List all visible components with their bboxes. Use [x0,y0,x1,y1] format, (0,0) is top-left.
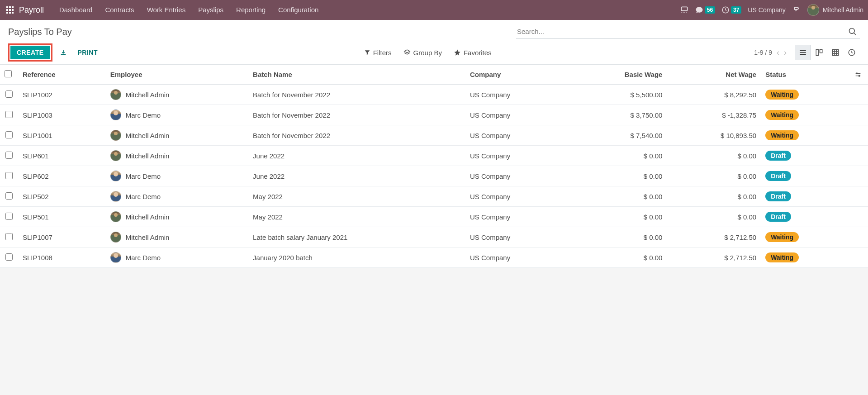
cell-net-wage: $ 0.00 [667,166,761,186]
user-avatar [807,4,819,16]
table-row[interactable]: SLIP1008Marc DemoJanuary 2020 batchUS Co… [0,247,868,268]
employee-name: Mitchell Admin [126,213,170,221]
cell-batch: May 2022 [248,207,465,227]
employee-name: Mitchell Admin [126,91,170,99]
cell-reference: SLIP502 [18,186,106,207]
employee-name: Marc Demo [126,254,161,262]
col-employee[interactable]: Employee [106,65,248,85]
col-reference[interactable]: Reference [18,65,106,85]
cell-status: Waiting [761,247,850,268]
print-button[interactable]: PRINT [74,47,102,58]
systray: 56 37 US Company Mitchell Admin [680,4,863,16]
create-button[interactable]: CREATE [10,46,50,59]
cell-company: US Company [465,247,569,268]
debug-icon[interactable] [792,5,801,14]
table-row[interactable]: SLIP602Marc DemoJune 2022US Company$ 0.0… [0,166,868,186]
row-checkbox[interactable] [5,90,13,98]
table-row[interactable]: SLIP1003Marc DemoBatch for November 2022… [0,105,868,125]
search-input[interactable] [516,26,845,37]
create-button-highlight: CREATE [8,43,52,62]
col-batch[interactable]: Batch Name [248,65,465,85]
cell-batch: Late batch salary January 2021 [248,227,465,247]
view-list-icon[interactable] [795,45,811,60]
company-switcher[interactable]: US Company [748,6,785,14]
messages-count: 56 [705,6,715,14]
app-name[interactable]: Payroll [19,5,44,15]
cell-basic-wage: $ 0.00 [569,186,667,207]
cell-batch: Batch for November 2022 [248,105,465,125]
table-row[interactable]: SLIP601Mitchell AdminJune 2022US Company… [0,146,868,166]
row-checkbox[interactable] [5,233,13,240]
nav-item-dashboard[interactable]: Dashboard [53,0,99,20]
table-row[interactable]: SLIP501Mitchell AdminMay 2022US Company$… [0,207,868,227]
status-badge: Waiting [765,252,799,262]
user-menu[interactable]: Mitchell Admin [807,4,863,16]
col-basic-wage[interactable]: Basic Wage [569,65,667,85]
nav-item-configuration[interactable]: Configuration [272,0,325,20]
employee-avatar [110,130,121,141]
status-badge: Draft [765,212,791,222]
row-checkbox[interactable] [5,111,13,118]
cell-employee: Marc Demo [106,247,248,268]
table-row[interactable]: SLIP1007Mitchell AdminLate batch salary … [0,227,868,247]
cell-status: Waiting [761,85,850,105]
select-all-checkbox[interactable] [5,70,12,77]
table-row[interactable]: SLIP1002Mitchell AdminBatch for November… [0,85,868,105]
favorites-button[interactable]: Favorites [454,49,492,57]
table-row[interactable]: SLIP502Marc DemoMay 2022US Company$ 0.00… [0,186,868,207]
col-company[interactable]: Company [465,65,569,85]
nav-item-payslips[interactable]: Payslips [192,0,230,20]
cell-status: Draft [761,186,850,207]
apps-icon[interactable] [5,5,15,15]
employee-avatar [110,89,121,100]
row-checkbox[interactable] [5,192,13,200]
optional-columns-icon[interactable] [854,71,863,78]
employee-avatar [110,191,121,202]
search-icon[interactable] [845,27,860,36]
row-checkbox[interactable] [5,253,13,261]
cell-company: US Company [465,166,569,186]
row-checkbox[interactable] [5,131,13,138]
pager-next-icon[interactable]: › [784,48,787,57]
row-checkbox[interactable] [5,172,13,179]
activities-button[interactable]: 37 [721,6,741,14]
control-panel: Payslips To Pay CREATE PRINT Filters [0,20,868,65]
employee-avatar [110,109,121,120]
svg-rect-3 [6,9,8,11]
search-box[interactable] [516,24,860,39]
cell-basic-wage: $ 0.00 [569,166,667,186]
cell-status: Draft [761,166,850,186]
svg-rect-12 [820,49,822,53]
view-activity-icon[interactable] [844,45,860,60]
cell-company: US Company [465,146,569,166]
view-pivot-icon[interactable] [827,45,844,60]
cell-status: Waiting [761,105,850,125]
status-badge: Draft [765,191,791,201]
status-badge: Waiting [765,130,799,140]
messages-button[interactable]: 56 [695,6,715,14]
export-icon[interactable] [57,47,70,58]
filters-button[interactable]: Filters [364,49,392,57]
col-status[interactable]: Status [761,65,850,85]
pager-value[interactable]: 1-9 / 9 [754,49,772,56]
cell-reference: SLIP1007 [18,227,106,247]
voip-icon[interactable] [680,5,689,14]
cell-company: US Company [465,227,569,247]
nav-item-reporting[interactable]: Reporting [230,0,272,20]
view-kanban-icon[interactable] [811,45,827,60]
row-checkbox[interactable] [5,152,13,159]
nav-item-work-entries[interactable]: Work Entries [141,0,192,20]
pager-prev-icon[interactable]: ‹ [777,48,779,57]
nav-item-contracts[interactable]: Contracts [99,0,140,20]
col-net-wage[interactable]: Net Wage [667,65,761,85]
cell-net-wage: $ 0.00 [667,186,761,207]
employee-name: Marc Demo [126,193,161,200]
user-name: Mitchell Admin [823,6,863,14]
groupby-button[interactable]: Group By [403,49,442,57]
employee-name: Marc Demo [126,111,161,119]
table-row[interactable]: SLIP1001Mitchell AdminBatch for November… [0,125,868,146]
svg-point-16 [859,75,860,76]
row-checkbox[interactable] [5,213,13,220]
svg-rect-7 [9,12,11,14]
cell-reference: SLIP1002 [18,85,106,105]
